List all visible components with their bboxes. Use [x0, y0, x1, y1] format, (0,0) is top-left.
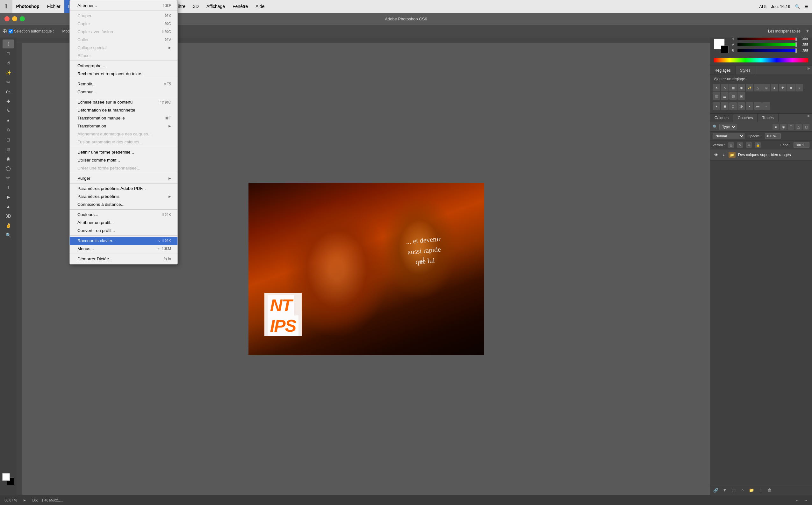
add-group-icon[interactable]: 📁 — [748, 487, 755, 493]
menu-item-contour[interactable]: Contour... — [70, 88, 177, 96]
filter-smart[interactable]: ▢ — [803, 124, 809, 130]
menu-item-connexions[interactable]: Connexions à distance... — [70, 200, 177, 208]
menu-icon[interactable]: ☰ — [804, 4, 808, 9]
tool-pen[interactable]: ✏ — [3, 173, 14, 182]
menubar-fenetre[interactable]: Fenêtre — [229, 0, 252, 13]
menu-item-attenuer[interactable]: Atténuer... ⇧⌘F — [70, 2, 177, 10]
tool-history-brush[interactable]: ♲ — [3, 126, 14, 135]
tool-shape[interactable]: ▲ — [3, 202, 14, 211]
menubar-aide[interactable]: Aide — [252, 0, 268, 13]
slider-g-thumb[interactable] — [795, 42, 797, 47]
reglage-fx6[interactable]: ▬ — [754, 102, 762, 110]
filter-shape[interactable]: △ — [795, 124, 802, 130]
nav-forward-icon[interactable]: → — [804, 498, 808, 502]
add-adjustment-icon[interactable]: ○ — [739, 487, 746, 493]
lock-transparent[interactable]: ▤ — [728, 142, 734, 148]
tool-dodge[interactable]: ◯ — [3, 164, 14, 173]
reglage-fx4[interactable]: ◑ — [738, 102, 745, 110]
tool-stamp[interactable]: ♠ — [3, 116, 14, 125]
tool-path-select[interactable]: ▶ — [3, 192, 14, 201]
color-swatches[interactable] — [2, 473, 14, 485]
reglage-posterize[interactable]: ▥ — [713, 92, 720, 100]
selection-auto-checkbox[interactable]: Sélection automatique : — [9, 29, 54, 33]
menu-item-menus[interactable]: Menus... ⌥⇧⌘M — [70, 245, 177, 252]
apple-menu[interactable]:  — [0, 0, 12, 13]
reglage-curves[interactable]: ∿ — [721, 84, 729, 92]
reglage-channelmixer[interactable]: ✚ — [779, 84, 787, 92]
tool-type[interactable]: T — [3, 183, 14, 192]
menu-item-attribuer-profil[interactable]: Attribuer un profil... — [70, 218, 177, 226]
menu-item-transformation[interactable]: Transformation ▶ — [70, 122, 177, 130]
reglage-selectcolor[interactable]: ▣ — [738, 92, 745, 100]
tool-gradient[interactable]: ▧ — [3, 145, 14, 154]
menu-item-definir-forme[interactable]: Définir une forme prédéfinie... — [70, 148, 177, 156]
search-icon[interactable]: 🔍 — [795, 4, 800, 9]
tab-traces[interactable]: Tracés — [758, 114, 778, 122]
tool-magic-wand[interactable]: ✨ — [3, 68, 14, 77]
tool-hand[interactable]: ✌ — [3, 221, 14, 230]
tool-brush[interactable]: ✎ — [3, 107, 14, 115]
tool-heal[interactable]: ✚ — [3, 97, 14, 106]
menu-item-raccourcis[interactable]: Raccourcis clavier... ⌥⇧⌘K — [70, 237, 177, 245]
tool-eraser[interactable]: ◻ — [3, 135, 14, 144]
move-tool-icon[interactable]: ✠ — [3, 28, 7, 34]
menubar-3d[interactable]: 3D — [189, 0, 203, 13]
filter-adj[interactable]: ◉ — [780, 124, 787, 130]
menu-item-remplir[interactable]: Remplir... ⇧F5 — [70, 80, 177, 88]
workspace-chevron[interactable]: ▼ — [806, 29, 809, 33]
slider-b-track[interactable] — [738, 49, 797, 52]
reglage-brightness[interactable]: ☀ — [713, 84, 720, 92]
menu-item-purger[interactable]: Purger ▶ — [70, 174, 177, 182]
menu-item-predefinis[interactable]: Paramètres prédéfinis ▶ — [70, 192, 177, 200]
menu-item-echelle[interactable]: Echelle basée sur le contenu ^⇧⌘C — [70, 98, 177, 106]
tool-blur[interactable]: ◉ — [3, 154, 14, 163]
nav-back-icon[interactable]: ← — [795, 498, 799, 502]
layer-expand-arrow[interactable]: ► — [722, 153, 726, 157]
tool-lasso[interactable]: ↺ — [3, 59, 14, 67]
lock-all[interactable]: 🔒 — [755, 142, 761, 148]
blend-mode-select[interactable]: Normal — [713, 133, 745, 139]
slider-b-thumb[interactable] — [795, 48, 797, 53]
filter-pixel[interactable]: ■ — [773, 124, 779, 130]
filter-type[interactable]: T — [788, 124, 794, 130]
menu-item-dictee[interactable]: Démarrer Dictée... fn fn — [70, 255, 177, 263]
fond-input[interactable] — [794, 142, 809, 148]
reglage-vibrance[interactable]: ✨ — [746, 84, 753, 92]
reglages-panel-expand[interactable]: ▶ — [806, 66, 812, 74]
tool-3d[interactable]: 3D — [3, 211, 14, 220]
menu-item-rechercher[interactable]: Rechercher et remplacer du texte... — [70, 70, 177, 78]
bg-color-box[interactable] — [721, 45, 729, 53]
layers-panel-expand[interactable]: ▶ — [806, 114, 812, 122]
tab-couches[interactable]: Couches — [733, 114, 758, 122]
add-style-icon[interactable]: ▼ — [722, 487, 728, 493]
reglage-threshold[interactable]: ▃ — [721, 92, 729, 100]
add-layer-icon[interactable]: ▯ — [757, 487, 764, 493]
tab-reglages[interactable]: Réglages — [710, 66, 736, 74]
reglage-fx1[interactable]: ■ — [713, 102, 720, 110]
tab-calques[interactable]: Calques — [710, 114, 733, 122]
tool-eyedropper[interactable]: 🗁 — [3, 87, 14, 96]
close-button[interactable] — [4, 16, 10, 21]
delete-layer-icon[interactable]: 🗑 — [766, 487, 773, 493]
layer-visibility-toggle[interactable]: 👁 — [713, 152, 719, 158]
reglage-fx3[interactable]: ◻ — [729, 102, 737, 110]
foreground-color-swatch[interactable] — [2, 473, 10, 481]
layer-type-select[interactable]: Type — [719, 124, 737, 130]
reglage-levels[interactable]: ▦ — [729, 84, 737, 92]
minimize-button[interactable] — [12, 16, 17, 21]
tool-move[interactable]: ⇧ — [3, 39, 14, 48]
reglage-fx5[interactable]: ▪ — [746, 102, 753, 110]
menu-item-transformation-manuelle[interactable]: Transformation manuelle ⌘T — [70, 114, 177, 122]
menu-item-pdf[interactable]: Paramètres prédéfinis Adobe PDF... — [70, 184, 177, 192]
reglage-fx2[interactable]: ◼ — [721, 102, 729, 110]
color-spectrum[interactable] — [714, 58, 808, 62]
reglage-hue[interactable]: ◉ — [738, 84, 745, 92]
reglage-bw[interactable]: ◎ — [762, 84, 770, 92]
reglage-invert[interactable]: ▷ — [795, 84, 803, 92]
slider-g-track[interactable] — [738, 43, 797, 46]
menubar-fichier[interactable]: Fichier — [43, 0, 64, 13]
lock-image[interactable]: ✎ — [737, 142, 743, 148]
menu-item-marionnette[interactable]: Déformation de la marionnette — [70, 106, 177, 114]
maximize-button[interactable] — [20, 16, 25, 21]
menubar-affichage[interactable]: Affichage — [203, 0, 229, 13]
